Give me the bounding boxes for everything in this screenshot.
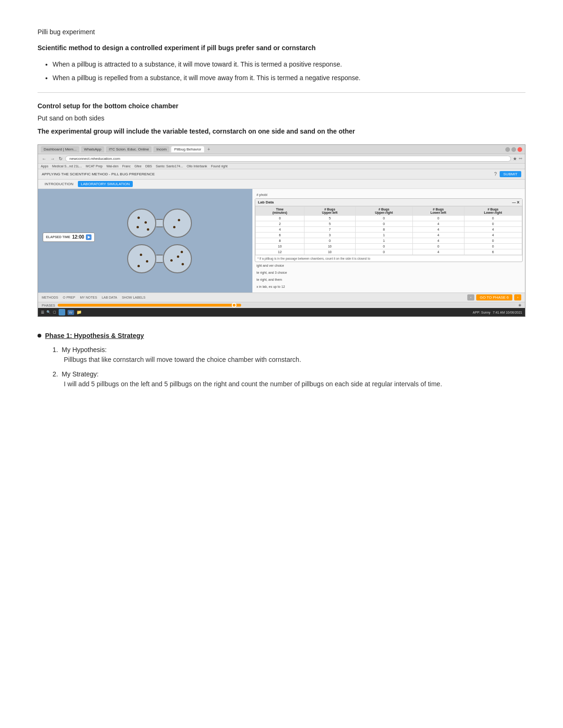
tab-lab-simulation[interactable]: LABORATORY SIMULATION [78, 181, 132, 187]
browser-tab-3[interactable]: ITC Scion. Educ. Online [106, 146, 152, 152]
bug-dot [181, 251, 183, 253]
bug-dot [178, 219, 180, 221]
bookmark-franc[interactable]: Franc [122, 165, 131, 168]
phase-content: Phase 1: Hypothesis & Strategy 1. My Hyp… [45, 332, 442, 394]
refresh-button[interactable]: ↻ [58, 156, 63, 161]
maximize-button[interactable] [511, 147, 516, 152]
back-button[interactable]: ← [41, 156, 47, 161]
nav-methods[interactable]: METHODS [42, 296, 58, 299]
side-text-bot: x in lab, es up to 12 [255, 283, 523, 290]
browser-tab-4[interactable]: Incom [153, 146, 169, 152]
nav-lab-data[interactable]: LAB DATA [102, 296, 117, 299]
browser-tab-2[interactable]: WhatsApp [81, 146, 104, 152]
bug-dot [137, 265, 140, 267]
nav-show-labels[interactable]: SHOW LABELS [122, 296, 145, 299]
side-text-mid1: ight and ver choice [255, 262, 523, 269]
taskbar-icon-files[interactable]: 📁 [76, 310, 82, 315]
bookmark-gfee[interactable]: Gfee [134, 165, 141, 168]
bookmark-walden[interactable]: Wal-den [107, 165, 119, 168]
forward-button[interactable]: → [49, 156, 56, 161]
taskbar-right: APP: Sunny 7:41 AM 10/06/2021 [473, 311, 522, 314]
taskbar-app-icon[interactable] [59, 309, 65, 315]
tab-introduction[interactable]: INTRODUCTION [42, 181, 76, 187]
bookmarks-bar: Apps Medical S...nd 21L... MCAT Prep Wal… [38, 164, 525, 169]
nav-prep[interactable]: O PREP [63, 296, 75, 299]
bug-dot [146, 260, 148, 263]
taskview-button[interactable]: ▢ [53, 310, 56, 314]
browser-tab-1[interactable]: Dashboard | Mem... [41, 146, 79, 152]
bookmark-dbs[interactable]: DBS [145, 165, 152, 168]
bookmark-apps[interactable]: Apps [41, 165, 48, 168]
bottom-bar: METHODS O PREP MY NOTES LAB DATA SHOW LA… [38, 293, 525, 302]
col-lower-right: # BugsLower-right [464, 207, 522, 216]
table-row: 63144 [255, 233, 522, 238]
nav-my-notes[interactable]: MY NOTES [80, 296, 97, 299]
col-lower-left: # BugsLower-left [412, 207, 464, 216]
item-num-2: 2. [53, 370, 58, 378]
next-phase-btn[interactable]: › [514, 294, 521, 300]
taskbar-clock: 7:41 AM 10/06/2021 [493, 311, 522, 314]
lab-data-title: Lab Data [258, 200, 274, 204]
taskbar-browser-icon[interactable]: W [68, 310, 74, 315]
col-time: Time(minutes) [255, 207, 304, 216]
bookmark-medical[interactable]: Medical S...nd 21L... [52, 165, 82, 168]
bookmark-santo[interactable]: Santo: Santo174... [156, 165, 183, 168]
app-topbar: APPLYING THE SCIENTIFIC METHOD - PILL BU… [38, 169, 525, 180]
lab-data-table: Time(minutes) # BugsUpper-left # BugsUpp… [255, 206, 522, 255]
bug-dot [137, 226, 139, 228]
side-text-top: # phobl [255, 191, 523, 198]
phase-heading: Phase 1: Hypothesis & Strategy [45, 332, 442, 339]
table-row: 80140 [255, 238, 522, 244]
bug-dot [182, 263, 184, 265]
help-icon[interactable]: ? [494, 172, 497, 177]
new-tab-button[interactable]: + [206, 147, 212, 152]
put-sand-text: Put sand on both sides [38, 114, 525, 122]
browser-tab-5[interactable]: Pillbug Behavior [171, 146, 204, 152]
phases-bar: PHASES ◉ [38, 302, 525, 308]
lab-data-panel: Lab Data — X Time(minutes) # BugsUpper-l… [255, 198, 523, 262]
table-row: 1010000 [255, 244, 522, 249]
table-row: 47844 [255, 227, 522, 233]
start-button[interactable]: ≡ [41, 309, 44, 315]
bug-dot [177, 255, 179, 258]
back-phase-btn[interactable]: ‹ [467, 294, 474, 300]
lab-data-close[interactable]: — X [512, 200, 519, 204]
go-phase-button[interactable]: GO TO PHASE 6 [476, 294, 513, 300]
phase-progress-fill [58, 304, 241, 307]
side-text-mid3: te right, and them [255, 276, 523, 283]
phase-section: Phase 1: Hypothesis & Strategy 1. My Hyp… [38, 332, 525, 394]
table-body: 05000 25040 47844 63144 80140 1010000 12… [255, 216, 522, 255]
upper-bridge [156, 219, 163, 227]
app-main: APPLYING THE SCIENTIFIC METHOD - PILL BU… [38, 169, 525, 308]
phase-progress-bar [58, 304, 516, 307]
side-text-mid2: te right, and 3 choice [255, 269, 523, 276]
window-controls [505, 147, 522, 152]
close-button[interactable] [517, 147, 522, 152]
bug-dot [173, 226, 175, 228]
bookmark-star[interactable]: ★ [513, 156, 517, 161]
phase-list-item: Phase 1: Hypothesis & Strategy 1. My Hyp… [38, 332, 525, 394]
lower-chamber-row [127, 244, 192, 273]
col-upper-right: # BugsUpper-right [355, 207, 412, 216]
item-label-1: My Hypothesis: [62, 346, 107, 353]
bookmark-found[interactable]: Found right [211, 165, 228, 168]
elapsed-label: ELAPSED TIME [46, 235, 70, 239]
lower-left-chamber [127, 244, 156, 273]
submit-button[interactable]: SUBMIT [500, 171, 521, 177]
bookmark-ollo[interactable]: Ollo Interbank [187, 165, 207, 168]
phase-end-icon: ◉ [518, 303, 521, 307]
lower-right-chamber [163, 244, 192, 273]
phases-label: PHASES [42, 304, 55, 307]
url-bar[interactable]: newconnect.mheducation.com [65, 156, 511, 162]
data-side: # phobl Lab Data — X Time(minutes) # Bug… [252, 189, 525, 293]
extensions-icon: ⚯ [519, 157, 522, 161]
phase-progress-thumb[interactable] [232, 303, 236, 308]
table-row: 1210046 [255, 249, 522, 255]
bookmark-mcat[interactable]: MCAT Prep [86, 165, 103, 168]
lab-data-note: * If a pillbug is in the passage between… [255, 255, 522, 262]
app-header-text: APPLYING THE SCIENTIFIC METHOD - PILL BU… [42, 172, 155, 176]
bottom-nav: METHODS O PREP MY NOTES LAB DATA SHOW LA… [42, 296, 145, 299]
minimize-button[interactable] [505, 147, 510, 152]
search-button[interactable]: 🔍 [46, 310, 51, 314]
bug-dot [140, 254, 142, 256]
